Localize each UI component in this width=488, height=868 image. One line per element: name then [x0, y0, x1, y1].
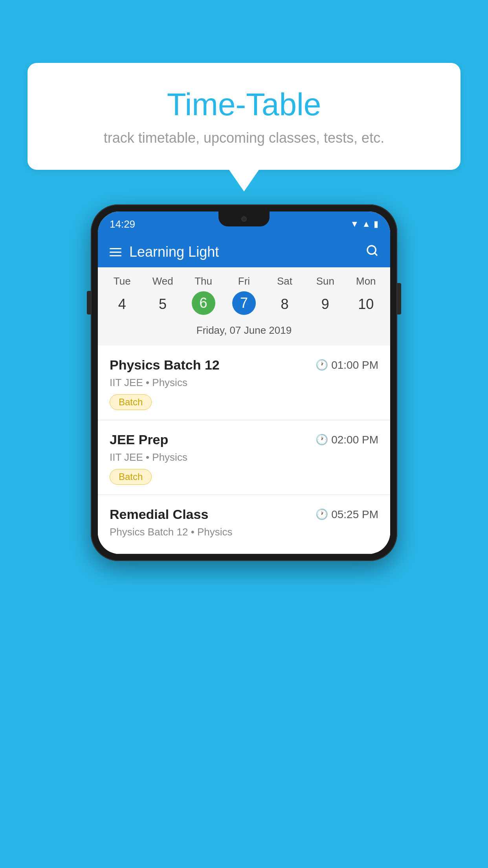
schedule-item-2-header: JEE Prep 🕐 02:00 PM [110, 432, 378, 447]
day-numbers: 4 5 6 7 8 9 10 [102, 291, 386, 317]
phone-outer: 14:29 ▼ ▲ ▮ Learning Light [91, 204, 397, 561]
schedule-item-1-header: Physics Batch 12 🕐 01:00 PM [110, 357, 378, 373]
app-bar-left: Learning Light [110, 244, 219, 260]
schedule-subtitle-1: IIT JEE • Physics [110, 377, 378, 389]
schedule-time-value-1: 01:00 PM [331, 359, 378, 371]
schedule-subtitle-2: IIT JEE • Physics [110, 451, 378, 463]
schedule-title-1: Physics Batch 12 [110, 357, 220, 373]
status-bar: 14:29 ▼ ▲ ▮ [98, 211, 390, 237]
date-label: Friday, 07 June 2019 [102, 321, 386, 340]
calendar-section: Tue Wed Thu Fri Sat Sun Mon 4 5 6 7 8 9 … [98, 267, 390, 346]
day-header-mon: Mon [346, 275, 386, 287]
day-header-fri: Fri [224, 275, 264, 287]
app-title: Learning Light [129, 244, 219, 260]
day-8[interactable]: 8 [264, 291, 305, 317]
app-bar: Learning Light [98, 237, 390, 267]
bubble-title: Time-Table [47, 86, 441, 123]
signal-icon: ▲ [362, 219, 371, 229]
schedule-title-3: Remedial Class [110, 507, 208, 522]
camera-dot [241, 216, 247, 222]
schedule-subtitle-3: Physics Batch 12 • Physics [110, 526, 378, 538]
day-7-selected[interactable]: 7 [232, 291, 256, 315]
batch-badge-2: Batch [110, 469, 152, 485]
day-5[interactable]: 5 [142, 291, 183, 317]
schedule-item-1[interactable]: Physics Batch 12 🕐 01:00 PM IIT JEE • Ph… [98, 346, 390, 420]
notch [218, 211, 270, 226]
schedule-title-2: JEE Prep [110, 432, 168, 447]
clock-icon-3: 🕐 [316, 508, 328, 520]
svg-line-1 [374, 253, 377, 255]
status-icons: ▼ ▲ ▮ [350, 219, 378, 229]
bubble-subtitle: track timetable, upcoming classes, tests… [47, 130, 441, 146]
day-header-tue: Tue [102, 275, 142, 287]
speech-bubble-container: Time-Table track timetable, upcoming cla… [28, 63, 460, 170]
day-header-sat: Sat [264, 275, 305, 287]
phone-screen: 14:29 ▼ ▲ ▮ Learning Light [98, 211, 390, 554]
phone-device: 14:29 ▼ ▲ ▮ Learning Light [91, 204, 397, 561]
day-header-sun: Sun [305, 275, 345, 287]
schedule-item-3[interactable]: Remedial Class 🕐 05:25 PM Physics Batch … [98, 495, 390, 554]
clock-icon-2: 🕐 [316, 434, 328, 446]
schedule-time-2: 🕐 02:00 PM [316, 434, 378, 446]
schedule-item-2[interactable]: JEE Prep 🕐 02:00 PM IIT JEE • Physics Ba… [98, 420, 390, 495]
schedule-time-1: 🕐 01:00 PM [316, 359, 378, 371]
schedule-time-3: 🕐 05:25 PM [316, 508, 378, 521]
battery-icon: ▮ [374, 219, 378, 229]
wifi-icon: ▼ [350, 219, 359, 229]
clock-icon-1: 🕐 [316, 359, 328, 371]
day-6-today[interactable]: 6 [192, 291, 215, 315]
search-button[interactable] [366, 244, 378, 260]
menu-button[interactable] [110, 248, 121, 256]
schedule-time-value-3: 05:25 PM [331, 508, 378, 521]
status-time: 14:29 [110, 218, 135, 230]
schedule-list: Physics Batch 12 🕐 01:00 PM IIT JEE • Ph… [98, 346, 390, 554]
day-9[interactable]: 9 [305, 291, 345, 317]
batch-badge-1: Batch [110, 394, 152, 410]
day-header-thu: Thu [183, 275, 224, 287]
schedule-item-3-header: Remedial Class 🕐 05:25 PM [110, 507, 378, 522]
day-4[interactable]: 4 [102, 291, 142, 317]
day-header-wed: Wed [142, 275, 183, 287]
schedule-time-value-2: 02:00 PM [331, 434, 378, 446]
day-10[interactable]: 10 [346, 291, 386, 317]
speech-bubble: Time-Table track timetable, upcoming cla… [28, 63, 460, 170]
day-headers: Tue Wed Thu Fri Sat Sun Mon [102, 275, 386, 287]
